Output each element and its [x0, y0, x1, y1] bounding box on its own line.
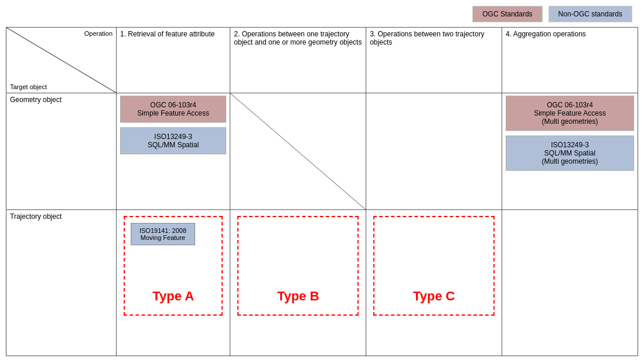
- ogc-legend: OGC Standards: [472, 6, 542, 22]
- iso-moving-box: ISO19141: 2008Moving Feature: [131, 223, 195, 245]
- operation-label: Operation: [84, 30, 113, 37]
- traj-col2: Type B: [230, 210, 366, 356]
- legend-row: OGC Standards Non-OGC standards: [6, 6, 638, 22]
- page-container: OGC Standards Non-OGC standards Operatio…: [0, 0, 644, 362]
- type-a-box: ISO19141: 2008Moving Feature Type A: [124, 216, 223, 316]
- type-c-label: Type C: [413, 289, 455, 304]
- traj-col4: [502, 210, 638, 356]
- trajectory-label-text: Trajectory object: [10, 212, 62, 221]
- non-ogc-legend: Non-OGC standards: [548, 6, 632, 22]
- diagonal-header-cell: Operation Target object: [6, 28, 117, 93]
- iso-multi-box: ISO13249-3SQL/MM Spatial(Multi geometrie…: [506, 136, 634, 171]
- col4-header-text: 4. Aggregation operations: [506, 30, 586, 38]
- col4-header: 4. Aggregation operations: [502, 28, 638, 93]
- type-a-label: Type A: [152, 289, 194, 304]
- trajectory-row-label: Trajectory object: [6, 210, 117, 356]
- geom-col2-diag-svg: [230, 93, 366, 209]
- col3-header-text: 3. Operations between two trajectory obj…: [370, 30, 484, 46]
- col1-header-text: 1. Retrieval of feature attribute: [120, 30, 214, 38]
- geometry-row-label: Geometry object: [6, 93, 117, 210]
- col2-header-text: 2. Operations between one trajectory obj…: [234, 30, 362, 46]
- traj-col1: ISO19141: 2008Moving Feature Type A: [117, 210, 230, 356]
- svg-line-1: [230, 93, 366, 209]
- type-b-box: Type B: [237, 216, 359, 316]
- ogc-multi-box: OGC 06-103r4Simple Feature Access(Multi …: [506, 96, 634, 131]
- col2-header: 2. Operations between one trajectory obj…: [230, 28, 366, 93]
- target-object-label: Target object: [10, 83, 47, 90]
- ogc-legend-label: OGC Standards: [482, 10, 532, 18]
- ogc-simple-box: OGC 06-103r4Simple Feature Access: [120, 96, 226, 123]
- iso-sql-box: ISO13249-3SQL/MM Spatial: [120, 127, 226, 154]
- geometry-label-text: Geometry object: [10, 96, 62, 104]
- geom-col1: OGC 06-103r4Simple Feature Access ISO132…: [117, 93, 230, 210]
- main-table: Operation Target object 1. Retrieval of …: [6, 27, 638, 356]
- type-c-box: Type C: [373, 216, 495, 316]
- traj-col3: Type C: [366, 210, 502, 356]
- col1-header: 1. Retrieval of feature attribute: [117, 28, 230, 93]
- geom-col2: [230, 93, 366, 210]
- non-ogc-legend-label: Non-OGC standards: [558, 10, 622, 18]
- col3-header: 3. Operations between two trajectory obj…: [366, 28, 502, 93]
- geom-col4: OGC 06-103r4Simple Feature Access(Multi …: [502, 93, 638, 210]
- geom-col3: [366, 93, 502, 210]
- type-b-label: Type B: [277, 289, 319, 304]
